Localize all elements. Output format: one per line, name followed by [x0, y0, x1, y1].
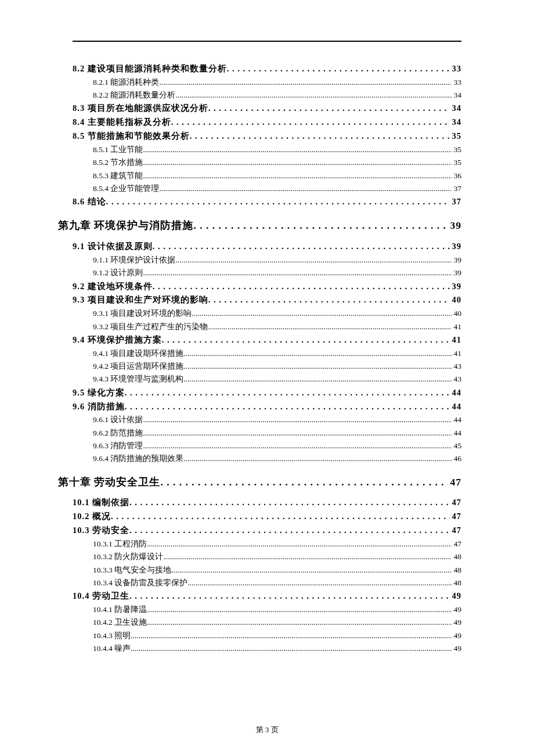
toc-entry: 10.3.2 防火防爆设计48 [93, 550, 461, 563]
toc-leader-dots [143, 170, 451, 182]
toc-entry-title: 9.4 环境保护措施方案 [73, 333, 162, 347]
toc-entry-title: 9.4.2 项目运营期环保措施 [93, 360, 183, 373]
toc-entry-title: 9.1.2 设计原则 [93, 267, 143, 279]
toc-entry-page: 35 [450, 129, 462, 143]
toc-leader-dots [208, 293, 450, 307]
toc-entry-title: 8.5 节能措施和节能效果分析 [73, 129, 190, 143]
toc-entry: 9.4 环境保护措施方案41 [73, 333, 461, 347]
toc-entry-title: 10.4.1 防暑降温 [93, 603, 147, 616]
toc-entry-title: 9.1 设计依据及原则 [73, 240, 153, 254]
toc-leader-dots [129, 524, 450, 538]
toc-entry-title: 10.4.2 卫生设施 [93, 616, 147, 629]
toc-entry-page: 43 [452, 360, 462, 373]
toc-entry-page: 49 [450, 589, 462, 603]
toc-leader-dots [208, 102, 450, 116]
toc-entry-page: 33 [450, 62, 462, 76]
toc-leader-dots [171, 116, 450, 129]
toc-entry: 9.6.1 设计依据44 [93, 413, 461, 426]
toc-entry-title: 9.3.2 项目生产过程产生的污染物 [93, 321, 208, 333]
toc-entry-title: 10.4.3 照明 [93, 629, 131, 642]
toc-leader-dots [208, 321, 451, 333]
toc-entry-title: 10.3.1 工程消防 [93, 538, 147, 550]
toc-leader-dots [175, 254, 451, 267]
toc-entry: 9.4.2 项目运营期环保措施43 [93, 360, 461, 373]
toc-entry-page: 34 [452, 89, 462, 102]
toc-entry: 10.3 劳动安全47 [73, 524, 461, 538]
toc-entry: 8.2.2 能源消耗数量分析34 [93, 89, 461, 102]
toc-entry: 9.6.3 消防管理45 [93, 440, 461, 452]
toc-entry-title: 第九章 环境保护与消防措施 [58, 217, 193, 234]
toc-entry-page: 34 [450, 116, 462, 129]
toc-entry-title: 9.3 项目建设和生产对环境的影响 [73, 293, 208, 307]
toc-entry-title: 9.6.1 设计依据 [93, 413, 143, 426]
toc-entry-title: 第十章 劳动安全卫生 [58, 474, 160, 491]
toc-entry-title: 10.3.3 电气安全与接地 [93, 564, 171, 577]
toc-entry: 9.5 绿化方案44 [73, 386, 461, 400]
toc-entry: 9.2 建设地环境条件39 [73, 280, 461, 294]
toc-entry: 8.2.1 能源消耗种类33 [93, 76, 461, 89]
toc-leader-dots [143, 413, 451, 426]
toc-leader-dots [159, 182, 451, 195]
toc-entry-page: 34 [450, 102, 462, 116]
toc-entry-title: 8.5.4 企业节能管理 [93, 182, 159, 195]
toc-entry-title: 8.2.2 能源消耗数量分析 [93, 89, 175, 102]
toc-entry-title: 8.5.1 工业节能 [93, 143, 143, 156]
toc-leader-dots [147, 603, 451, 616]
toc-entry-page: 49 [452, 642, 462, 655]
toc-entry: 9.1 设计依据及原则39 [73, 240, 461, 254]
toc-entry-title: 8.5.2 节水措施 [93, 156, 143, 169]
toc-entry-title: 10.1 编制依据 [73, 496, 129, 510]
toc-entry: 9.6.2 防范措施44 [93, 427, 461, 440]
toc-entry: 第十章 劳动安全卫生47 [58, 474, 461, 491]
toc-leader-dots [192, 307, 451, 320]
toc-entry: 10.4.2 卫生设施49 [93, 616, 461, 629]
toc-leader-dots [163, 550, 451, 563]
toc-leader-dots [129, 589, 450, 603]
toc-entry-title: 9.2 建设地环境条件 [73, 280, 153, 294]
toc-leader-dots [153, 240, 450, 254]
toc-leader-dots [159, 76, 451, 89]
toc-entry-title: 9.6.4 消防措施的预期效果 [93, 452, 183, 465]
toc-entry-page: 39 [452, 254, 462, 267]
toc-entry-title: 10.4 劳动卫生 [73, 589, 129, 603]
toc-entry: 9.1.2 设计原则39 [93, 267, 461, 279]
toc-entry-title: 9.6.3 消防管理 [93, 440, 143, 452]
toc-entry-page: 49 [452, 616, 462, 629]
toc-entry: 10.3.4 设备防雷及接零保护48 [93, 577, 461, 589]
toc-entry: 10.3.3 电气安全与接地48 [93, 564, 461, 577]
toc-entry-page: 47 [450, 510, 462, 524]
toc-entry-page: 39 [452, 267, 462, 279]
toc-entry: 8.6 结论37 [73, 195, 461, 209]
toc-leader-dots [153, 280, 450, 294]
toc-entry-title: 8.3 项目所在地能源供应状况分析 [73, 102, 208, 116]
toc-entry-page: 37 [450, 195, 462, 209]
toc-entry-title: 9.5 绿化方案 [73, 386, 125, 400]
toc-leader-dots [131, 642, 451, 655]
toc-entry-page: 36 [452, 170, 462, 182]
toc-entry-title: 8.6 结论 [73, 195, 106, 209]
toc-leader-dots [160, 474, 448, 491]
toc-entry-page: 44 [450, 400, 462, 414]
table-of-contents: 8.2 建设项目能源消耗种类和数量分析338.2.1 能源消耗种类338.2.2… [73, 62, 461, 655]
toc-leader-dots [171, 564, 451, 577]
toc-entry-page: 35 [452, 143, 462, 156]
toc-entry-title: 10.3.4 设备防雷及接零保护 [93, 577, 187, 589]
toc-entry: 9.3 项目建设和生产对环境的影响40 [73, 293, 461, 307]
toc-leader-dots [175, 89, 451, 102]
toc-entry-page: 47 [450, 496, 462, 510]
toc-entry: 8.2 建设项目能源消耗种类和数量分析33 [73, 62, 461, 76]
toc-entry: 9.4.3 环境管理与监测机构43 [93, 373, 461, 386]
toc-leader-dots [143, 427, 451, 440]
toc-entry-page: 48 [452, 564, 462, 577]
toc-entry: 8.5.3 建筑节能36 [93, 170, 461, 182]
toc-entry: 9.1.1 环境保护设计依据39 [93, 254, 461, 267]
toc-leader-dots [106, 195, 450, 209]
toc-leader-dots [227, 62, 450, 76]
toc-leader-dots [125, 386, 450, 400]
toc-leader-dots [131, 629, 451, 642]
toc-entry: 8.5.4 企业节能管理37 [93, 182, 461, 195]
toc-entry: 8.4 主要能耗指标及分析34 [73, 116, 461, 129]
toc-entry: 10.3.1 工程消防47 [93, 538, 461, 550]
toc-entry-title: 8.4 主要能耗指标及分析 [73, 116, 171, 129]
toc-entry-title: 10.3.2 防火防爆设计 [93, 550, 163, 563]
